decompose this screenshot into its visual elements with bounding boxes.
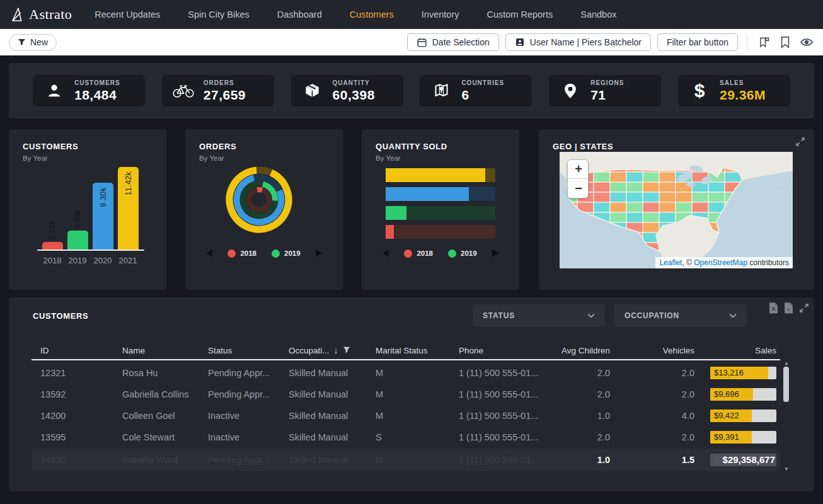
- status-dropdown[interactable]: STATUS: [473, 304, 605, 327]
- state-shape[interactable]: [676, 202, 693, 213]
- table-scrollbar[interactable]: ▲ ▼: [783, 360, 790, 471]
- state-shape[interactable]: [643, 222, 660, 233]
- column-header-avg-children[interactable]: Avg Children: [553, 346, 610, 355]
- openstreetmap-link[interactable]: OpenStreetMap: [694, 258, 747, 267]
- cell-sales: $9,391: [694, 431, 776, 444]
- orders-donut-chart[interactable]: [185, 153, 343, 246]
- table-row-13595[interactable]: 13595Cole StewartInactiveSkilled ManualS…: [9, 427, 790, 448]
- state-shape[interactable]: [626, 212, 643, 223]
- legend-prev-arrow-icon[interactable]: [383, 249, 389, 257]
- state-shape[interactable]: [708, 182, 725, 193]
- table-row-13592[interactable]: 13592Gabriella CollinsPending Appr...Ski…: [9, 384, 790, 405]
- bar-2019[interactable]: [67, 231, 88, 250]
- expand-icon[interactable]: [795, 137, 805, 147]
- hbar-2019[interactable]: [386, 206, 495, 220]
- cell-phone: 1 (11) 500 555-01...: [459, 368, 553, 378]
- kpi-value: 27,659: [204, 88, 246, 103]
- state-shape[interactable]: [659, 172, 676, 183]
- leaflet-link[interactable]: Leaflet: [659, 258, 682, 267]
- state-shape[interactable]: [626, 202, 643, 213]
- state-shape[interactable]: [594, 192, 611, 203]
- legend-prev-arrow-icon[interactable]: [206, 249, 212, 257]
- cell-status: Pending Appr...: [208, 368, 289, 378]
- totals-sales-value: $29,358,677: [723, 453, 775, 467]
- state-shape[interactable]: [610, 172, 627, 183]
- bar-2020[interactable]: 9.30k: [93, 183, 113, 250]
- state-shape[interactable]: [610, 182, 627, 193]
- dollar-icon: $: [688, 81, 711, 100]
- column-header-vehicles[interactable]: Vehicles: [610, 346, 694, 355]
- bar-2021[interactable]: 11.42k: [118, 167, 139, 250]
- state-shape[interactable]: [643, 182, 660, 193]
- state-shape[interactable]: [643, 192, 660, 203]
- nav-item-dashboard[interactable]: Dashboard: [277, 9, 322, 20]
- nav-item-custom-reports[interactable]: Custom Reports: [486, 9, 553, 20]
- column-header-phone[interactable]: Phone: [459, 346, 553, 355]
- state-shape[interactable]: [626, 172, 643, 183]
- state-shape[interactable]: [659, 182, 676, 193]
- export-excel-icon[interactable]: X: [769, 302, 778, 314]
- legend-next-arrow-icon[interactable]: [492, 249, 498, 257]
- state-shape[interactable]: [643, 172, 660, 183]
- occupation-dropdown[interactable]: OCCUPATION: [614, 304, 747, 327]
- filter-bar-button[interactable]: Filter bar button: [657, 33, 738, 51]
- nav-item-inventory[interactable]: Inventory: [422, 9, 459, 20]
- column-header-status[interactable]: Status: [208, 346, 289, 355]
- legend-item-2018[interactable]: 2018: [227, 249, 256, 258]
- state-shape[interactable]: [610, 202, 627, 213]
- hbar-2020[interactable]: [386, 187, 495, 201]
- legend-item-2018[interactable]: 2018: [404, 249, 433, 258]
- state-shape[interactable]: [594, 172, 611, 183]
- column-header-id[interactable]: ID: [40, 346, 122, 355]
- state-shape[interactable]: [708, 192, 725, 203]
- state-shape[interactable]: [643, 212, 660, 223]
- leaflet-map[interactable]: + − Leaflet, © OpenStreetMap contributor…: [560, 152, 793, 268]
- user-name-button[interactable]: User Name | Piers Batchelor: [505, 33, 651, 51]
- zoom-in-button[interactable]: +: [568, 160, 589, 179]
- hbar-2018[interactable]: [386, 225, 495, 239]
- column-header-name[interactable]: Name: [122, 346, 208, 355]
- state-shape[interactable]: [643, 202, 660, 213]
- expand-icon[interactable]: [799, 303, 809, 313]
- kpi-card-countries: COUNTRIES6: [420, 75, 532, 106]
- export-csv-icon[interactable]: ,: [784, 302, 793, 314]
- state-shape[interactable]: [676, 192, 693, 203]
- scroll-up-arrow[interactable]: ▲: [783, 360, 790, 366]
- state-shape[interactable]: [594, 202, 611, 213]
- table-row-14200[interactable]: 14200Colleen GoelInactiveSkilled ManualM…: [9, 405, 790, 427]
- legend-next-arrow-icon[interactable]: [316, 249, 322, 257]
- column-header-occupati[interactable]: Occupati...↓: [289, 345, 376, 355]
- hbar-2021[interactable]: [386, 168, 495, 182]
- new-filter-button[interactable]: New: [9, 34, 57, 51]
- scrollbar-thumb[interactable]: [783, 367, 789, 402]
- state-shape[interactable]: [610, 192, 627, 203]
- column-header-sales[interactable]: Sales: [694, 346, 776, 355]
- bookmark-add-icon[interactable]: [756, 35, 771, 50]
- state-shape[interactable]: [626, 192, 643, 203]
- nav-item-recent-updates[interactable]: Recent Updates: [95, 9, 160, 20]
- state-shape[interactable]: [659, 202, 676, 213]
- column-header-marital-status[interactable]: Marital Status: [376, 346, 459, 355]
- sort-descending-icon[interactable]: ↓: [334, 345, 338, 355]
- state-shape[interactable]: [659, 192, 676, 203]
- astrato-logo: Astrato: [10, 6, 72, 23]
- eye-icon[interactable]: [799, 35, 814, 50]
- column-filter-icon[interactable]: [343, 346, 350, 355]
- nav-item-spin-city-bikes[interactable]: Spin City Bikes: [188, 9, 250, 20]
- nav-item-sandbox[interactable]: Sandbox: [580, 9, 616, 20]
- state-shape[interactable]: [659, 212, 676, 223]
- legend-item-2019[interactable]: 2019: [448, 249, 477, 258]
- state-shape[interactable]: [692, 192, 709, 203]
- date-selection-button[interactable]: Date Selection: [407, 33, 499, 51]
- scroll-down-arrow[interactable]: ▼: [783, 466, 790, 472]
- table-row-12321[interactable]: 12321Rosa HuPending Appr...Skilled Manua…: [9, 362, 790, 384]
- legend-item-2019[interactable]: 2019: [272, 249, 301, 258]
- state-shape[interactable]: [692, 202, 709, 213]
- panel-subtitle: By Year: [362, 151, 519, 162]
- state-shape[interactable]: [594, 182, 611, 193]
- state-shape[interactable]: [610, 212, 627, 223]
- zoom-out-button[interactable]: −: [568, 179, 589, 198]
- state-shape[interactable]: [626, 182, 643, 193]
- nav-item-customers[interactable]: Customers: [350, 9, 394, 20]
- bookmark-icon[interactable]: [778, 35, 793, 50]
